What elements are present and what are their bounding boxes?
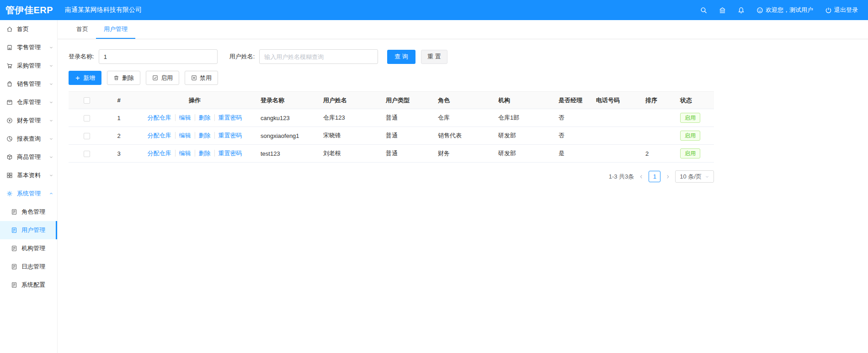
- cell-actions: 分配仓库编辑删除重置密码: [133, 127, 257, 145]
- col-role: 角色: [434, 92, 495, 109]
- bell-icon[interactable]: [738, 7, 745, 14]
- cell-manager: 否: [555, 109, 592, 127]
- bank-icon[interactable]: [719, 7, 726, 14]
- search-icon[interactable]: [700, 7, 707, 14]
- row-checkbox[interactable]: [84, 151, 90, 157]
- page-number-button[interactable]: 1: [649, 171, 660, 182]
- add-button-label: 新增: [83, 74, 95, 82]
- enable-button[interactable]: 启用: [146, 71, 179, 85]
- sidebar-item-purchase[interactable]: 采购管理: [0, 57, 57, 75]
- sidebar-item-basic-data[interactable]: 基本资料: [0, 166, 57, 184]
- row-checkbox[interactable]: [84, 115, 90, 121]
- welcome-user-menu[interactable]: 欢迎您，测试用户: [756, 6, 813, 14]
- page-size-label: 10 条/页: [680, 173, 702, 181]
- chevron-down-icon: [49, 82, 53, 86]
- app-logo: 管伊佳ERP: [0, 4, 58, 16]
- cell-name: 仓库123: [320, 109, 382, 127]
- edit-link[interactable]: 编辑: [175, 114, 195, 121]
- table-row: 3 分配仓库编辑删除重置密码 test123 刘老根 普通 财务 研发部 是 2…: [69, 145, 714, 163]
- sidebar-item-goods[interactable]: 商品管理: [0, 148, 57, 166]
- sidebar-subitem-role-management[interactable]: 角色管理: [0, 203, 57, 221]
- tab-user-management[interactable]: 用户管理: [96, 20, 135, 39]
- document-icon: [11, 209, 17, 215]
- disable-button-label: 禁用: [200, 74, 212, 82]
- enable-button-label: 启用: [161, 74, 173, 82]
- chevron-down-icon: [49, 100, 53, 105]
- cell-name: 宋晓锋: [320, 127, 382, 145]
- sidebar-item-label: 零售管理: [17, 43, 41, 52]
- select-all-checkbox[interactable]: [84, 97, 90, 104]
- document-icon: [11, 245, 17, 252]
- sidebar-subitem-org-management[interactable]: 机构管理: [0, 239, 57, 258]
- filter-row: 登录名称: 用户姓名: 查 询 重 置: [69, 49, 857, 64]
- status-badge: 启用: [680, 113, 700, 123]
- cell-manager: 是: [555, 145, 592, 163]
- sidebar-item-label: 日志管理: [21, 263, 45, 271]
- grid-icon: [6, 172, 13, 179]
- sidebar-item-label: 基本资料: [17, 171, 41, 179]
- col-manager: 是否经理: [555, 92, 592, 109]
- top-bar: 管伊佳ERP 南通某某网络科技有限公司 欢迎您，测试用户 退出登录: [0, 0, 868, 20]
- sales-icon: [6, 81, 13, 87]
- goods-box-icon: [6, 154, 13, 160]
- col-user-type: 用户类型: [382, 92, 434, 109]
- sidebar-item-warehouse[interactable]: 仓库管理: [0, 93, 57, 111]
- assign-warehouse-link[interactable]: 分配仓库: [144, 114, 175, 121]
- cell-login: cangku123: [257, 109, 320, 127]
- col-user-name: 用户姓名: [320, 92, 382, 109]
- pagination-total: 1-3 共3条: [609, 173, 634, 181]
- sidebar-subitem-user-management[interactable]: 用户管理: [0, 221, 57, 239]
- chevron-up-icon: [49, 191, 53, 196]
- sidebar-item-finance[interactable]: 财务管理: [0, 111, 57, 130]
- trash-icon: [113, 75, 119, 81]
- sidebar-subitem-system-config[interactable]: 系统配置: [0, 276, 57, 294]
- sidebar-item-retail[interactable]: 零售管理: [0, 38, 57, 57]
- user-name-input[interactable]: [259, 49, 378, 64]
- tab-home[interactable]: 首页: [69, 20, 96, 39]
- reset-password-link[interactable]: 重置密码: [214, 114, 246, 121]
- smiley-icon: [756, 7, 763, 14]
- assign-warehouse-link[interactable]: 分配仓库: [144, 132, 175, 139]
- cell-name: 刘老根: [320, 145, 382, 163]
- sidebar-item-system[interactable]: 系统管理: [0, 184, 57, 203]
- cell-type: 普通: [382, 145, 434, 163]
- col-status: 状态: [676, 92, 714, 109]
- sidebar-item-label: 系统配置: [21, 281, 45, 289]
- chevron-down-icon: [49, 45, 53, 50]
- edit-link[interactable]: 编辑: [175, 150, 195, 157]
- logout-button[interactable]: 退出登录: [825, 6, 858, 14]
- login-name-input[interactable]: [99, 49, 218, 64]
- reset-password-link[interactable]: 重置密码: [214, 150, 246, 157]
- search-button[interactable]: 查 询: [387, 50, 415, 64]
- sidebar-item-home[interactable]: 首页: [0, 20, 57, 38]
- reset-password-link[interactable]: 重置密码: [214, 132, 246, 139]
- assign-warehouse-link[interactable]: 分配仓库: [144, 150, 175, 157]
- cell-actions: 分配仓库编辑删除重置密码: [133, 145, 257, 163]
- page-size-select[interactable]: 10 条/页: [675, 170, 714, 183]
- sidebar-item-reports[interactable]: 报表查询: [0, 130, 57, 148]
- delete-link[interactable]: 删除: [195, 114, 214, 121]
- status-badge: 启用: [680, 148, 700, 158]
- prev-page-icon[interactable]: [639, 174, 644, 179]
- sidebar-subitem-log-management[interactable]: 日志管理: [0, 258, 57, 276]
- add-button[interactable]: 新增: [69, 71, 101, 85]
- sidebar-item-label: 销售管理: [17, 80, 41, 88]
- cell-role: 销售代表: [434, 127, 495, 145]
- cell-sort: [642, 127, 676, 145]
- disable-button[interactable]: 禁用: [185, 71, 218, 85]
- next-page-icon[interactable]: [665, 174, 671, 179]
- pagination: 1-3 共3条 1 10 条/页: [69, 170, 714, 183]
- warehouse-icon: [6, 99, 13, 105]
- row-checkbox[interactable]: [84, 133, 90, 139]
- sidebar-item-sales[interactable]: 销售管理: [0, 75, 57, 93]
- cell-role: 仓库: [434, 109, 495, 127]
- sidebar-item-label: 机构管理: [21, 244, 45, 253]
- check-square-icon: [152, 75, 158, 81]
- delete-button[interactable]: 删除: [107, 71, 140, 85]
- edit-link[interactable]: 编辑: [175, 132, 195, 139]
- delete-link[interactable]: 删除: [195, 132, 214, 139]
- reset-button[interactable]: 重 置: [421, 50, 447, 64]
- delete-link[interactable]: 删除: [195, 150, 214, 157]
- cell-org: 研发部: [495, 145, 555, 163]
- sidebar-item-label: 财务管理: [17, 116, 41, 125]
